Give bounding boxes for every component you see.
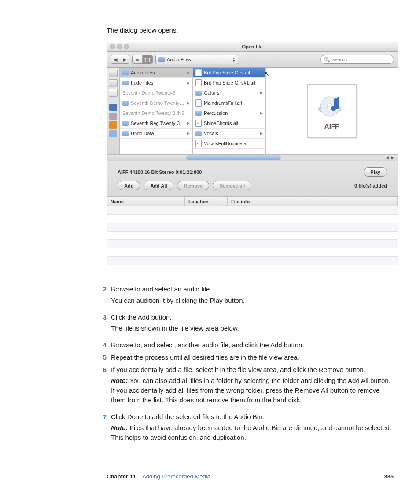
desktop-icon[interactable] [109, 104, 117, 111]
audio-file-icon [195, 79, 202, 86]
back-icon[interactable]: ◀ [111, 55, 120, 63]
step-number: 7 [96, 412, 107, 447]
path-dropdown[interactable]: Audio Files ▴▾ [155, 55, 238, 64]
folder-icon [195, 131, 202, 136]
open-file-dialog: Open file ◀ ▶ ≡ ▯▯▯ Audio Files ▴▾ 🔍 sea… [107, 42, 398, 272]
list-item[interactable]: Percussion▶ [193, 108, 265, 118]
col-header-location[interactable]: Location [185, 197, 228, 206]
list-item[interactable]: Brit Pop Slide Gtrs.aif [193, 68, 265, 78]
col-header-fileinfo[interactable]: File info [228, 197, 398, 206]
scroll-left-icon[interactable]: ◀ [384, 155, 390, 160]
col-header-name[interactable]: Name [107, 197, 185, 206]
step-body: Browse to and select an audio file.You c… [111, 284, 394, 310]
list-item[interactable]: Vocals▶ [193, 129, 265, 139]
browser-column-1[interactable]: Audio Files▶Fade Files▶Seventh Demo Twen… [120, 68, 193, 154]
list-item[interactable]: ShineChords.aif [193, 118, 265, 129]
column-browser: Audio Files▶Fade Files▶Seventh Demo Twen… [107, 68, 398, 154]
item-label: ShineChords.aif [204, 121, 238, 126]
disk-icon[interactable] [109, 89, 118, 97]
preview-format-label: AIFF [324, 122, 339, 130]
list-item[interactable]: Audio Files▶ [120, 68, 192, 78]
step-body: Repeat the process until all desired fil… [111, 353, 394, 362]
folder-icon [158, 57, 165, 62]
disk-icon[interactable] [109, 79, 118, 87]
applications-icon[interactable] [109, 121, 117, 129]
list-item[interactable]: Undo Data▶ [120, 129, 192, 139]
browser-column-2[interactable]: Brit Pop Slide Gtrs.aifBrit Pop Slide Gt… [193, 68, 266, 154]
table-row[interactable] [107, 257, 398, 265]
list-item[interactable]: MaindrumsFull.aif [193, 98, 265, 108]
item-label: Seventh Demo Twenty-3 [122, 90, 175, 96]
documents-icon[interactable] [109, 130, 117, 137]
step-text: If you accidentally add a file, select i… [111, 365, 394, 375]
item-label: Seventh Demo Twenty-3… [131, 100, 184, 106]
list-item[interactable]: Brit Pop Slide Gtrs#1.aif [193, 78, 265, 88]
item-label: Brit Pop Slide Gtrs#1.aif [204, 80, 255, 85]
table-row[interactable] [107, 206, 398, 215]
table-row[interactable] [107, 232, 398, 240]
item-label: Brit Pop Slide Gtrs.aif [204, 70, 250, 75]
step-subtext: You can audition it by clicking the Play… [111, 296, 394, 305]
item-label: Seventh Reg Twenty-3 [131, 121, 180, 126]
audio-file-icon [195, 140, 202, 147]
step-number: 5 [96, 353, 107, 362]
folder-icon [122, 131, 129, 136]
chapter-title: Adding Prerecorded Media [142, 473, 384, 480]
home-icon[interactable] [109, 113, 117, 120]
folder-icon[interactable] [109, 139, 117, 146]
column-view-icon[interactable]: ▯▯▯ [142, 55, 152, 63]
add-button[interactable]: Add [118, 181, 140, 190]
files-added-status: 0 file(s) added [354, 183, 387, 188]
list-item[interactable]: Seventh Demo Twenty-3 [120, 88, 192, 98]
list-view-icon[interactable]: ≡ [133, 55, 142, 63]
aiff-icon [317, 92, 347, 120]
search-input[interactable]: 🔍 search [320, 55, 394, 64]
table-row[interactable] [107, 223, 398, 232]
audio-file-icon [195, 120, 202, 127]
forward-icon[interactable]: ▶ [120, 55, 129, 63]
file-info-line: AIFF 44100 16 Bit Stereo 0:01:21:000 [118, 169, 202, 175]
table-row[interactable] [107, 265, 398, 273]
remove-all-button[interactable]: Remove all [213, 181, 251, 190]
nav-back-forward[interactable]: ◀ ▶ [111, 55, 129, 64]
list-item[interactable]: Seventh Demo Twenty-3 INS [120, 108, 192, 118]
disk-icon[interactable] [109, 70, 118, 77]
step-text: Click the Add button. [111, 313, 394, 322]
add-all-button[interactable]: Add All [144, 181, 173, 190]
item-label: Audio Files [131, 70, 155, 75]
step-body: Browse to, and select, another audio fil… [111, 340, 394, 350]
step-subtext: The file is shown in the file view area … [111, 324, 394, 333]
sidebar [107, 68, 120, 154]
list-item[interactable]: VocalsFullBounce.aif [193, 139, 265, 149]
item-label: Vocals [204, 131, 218, 136]
page-footer: Chapter 11 Adding Prerecorded Media 335 [96, 473, 394, 480]
list-item[interactable]: Seventh Reg Twenty-3▶ [120, 118, 192, 129]
list-item[interactable]: Guitars▶ [193, 88, 265, 98]
table-row[interactable] [107, 240, 398, 248]
folder-icon [122, 101, 129, 106]
chevron-right-icon: ▶ [187, 81, 190, 85]
intro-text: The dialog below opens. [107, 26, 178, 34]
list-item[interactable]: Fade Files▶ [120, 78, 192, 88]
horizontal-scrollbar[interactable]: ◀ ▶ [107, 154, 398, 161]
note-label: Note: [111, 424, 130, 431]
chevron-right-icon: ▶ [187, 101, 190, 105]
step-text: Click Done to add the selected files to … [111, 412, 394, 422]
table-row[interactable] [107, 248, 398, 257]
item-label: Seventh Demo Twenty-3 INS [122, 110, 185, 116]
scroll-right-icon[interactable]: ▶ [390, 155, 396, 160]
item-label: MaindrumsFull.aif [204, 100, 242, 106]
view-mode-segment[interactable]: ≡ ▯▯▯ [132, 55, 153, 64]
chapter-label: Chapter 11 [107, 473, 136, 480]
item-label: VocalsFullBounce.aif [204, 141, 249, 146]
play-button[interactable]: Play [364, 167, 387, 177]
window-title: Open file [107, 44, 398, 49]
table-row[interactable] [107, 215, 398, 223]
remove-button[interactable]: Remove [177, 181, 209, 190]
chevron-right-icon: ▶ [187, 131, 190, 136]
preview-pane: AIFF [266, 68, 398, 154]
chevron-right-icon: ▶ [260, 91, 263, 95]
folder-icon [195, 91, 202, 96]
list-item[interactable]: Seventh Demo Twenty-3…▶ [120, 98, 192, 108]
file-preview: AIFF [307, 84, 357, 138]
